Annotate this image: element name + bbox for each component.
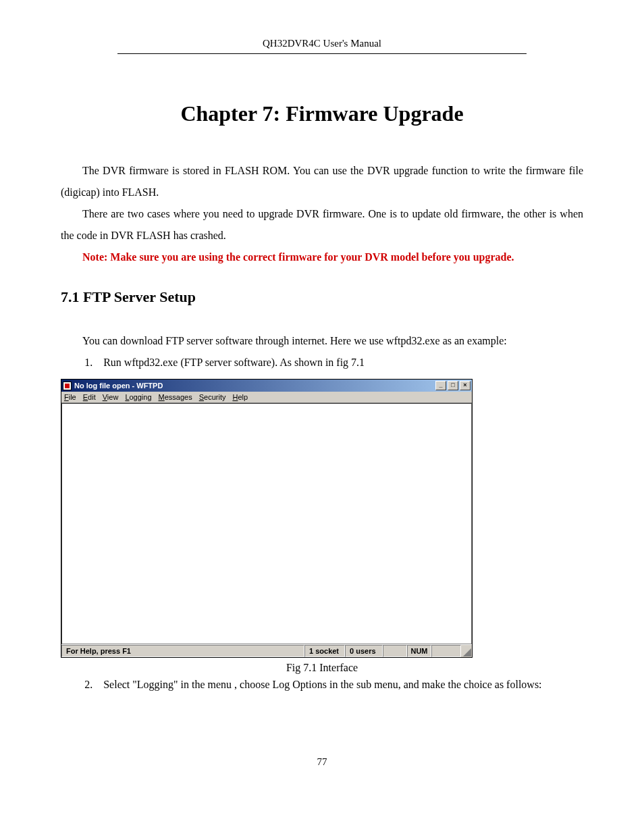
menu-logging[interactable]: Logging [125,393,151,401]
section-intro: You can download FTP server software thr… [61,330,583,352]
warning-note: Note: Make sure you are using the correc… [61,246,583,268]
status-blank [383,645,407,657]
status-help: For Help, press F1 [61,645,304,657]
list-text: Run wftpd32.exe (FTP server software). A… [103,357,365,368]
list-item-2: 2. Select "Logging" in the menu , choose… [61,674,583,696]
menu-file[interactable]: File [64,393,76,401]
status-blank2 [431,645,461,657]
app-icon [63,382,72,390]
status-socket: 1 socket [304,645,345,657]
paragraph-2: There are two cases where you need to up… [61,203,583,246]
list-text: Select "Logging" in the menu , choose Lo… [103,679,541,690]
menu-messages[interactable]: Messages [159,393,192,401]
status-numlock: NUM [407,645,431,657]
menu-security[interactable]: Security [199,393,226,401]
minimize-button[interactable]: _ [435,381,446,390]
menu-view[interactable]: View [103,393,119,401]
list-item-1: 1. Run wftpd32.exe (FTP server software)… [61,352,583,373]
section-heading: 7.1 FTP Server Setup [61,288,583,306]
page-number: 77 [61,756,583,768]
document-page: QH32DVR4C User's Manual Chapter 7: Firmw… [0,0,644,795]
window-title: No log file open - WFTPD [74,382,435,390]
menubar: File Edit View Logging Messages Security… [61,392,472,403]
close-button[interactable]: × [460,381,471,390]
list-number: 2. [84,679,92,690]
figure-caption: Fig 7.1 Interface [61,662,583,674]
list-number: 1. [84,357,92,368]
client-area [61,403,472,644]
menu-help[interactable]: Help [232,393,248,401]
wftpd-window: No log file open - WFTPD _ □ × File Edit… [61,379,473,658]
status-users: 0 users [345,645,383,657]
resize-grip-icon[interactable] [461,645,472,657]
paragraph-1: The DVR firmware is stored in FLASH ROM.… [61,160,583,203]
window-controls: _ □ × [435,381,471,390]
maximize-button[interactable]: □ [448,381,458,390]
running-header: QH32DVR4C User's Manual [117,38,527,54]
menu-edit[interactable]: Edit [83,393,96,401]
titlebar: No log file open - WFTPD _ □ × [61,380,472,392]
statusbar: For Help, press F1 1 socket 0 users NUM [61,644,472,657]
chapter-title: Chapter 7: Firmware Upgrade [61,101,583,126]
